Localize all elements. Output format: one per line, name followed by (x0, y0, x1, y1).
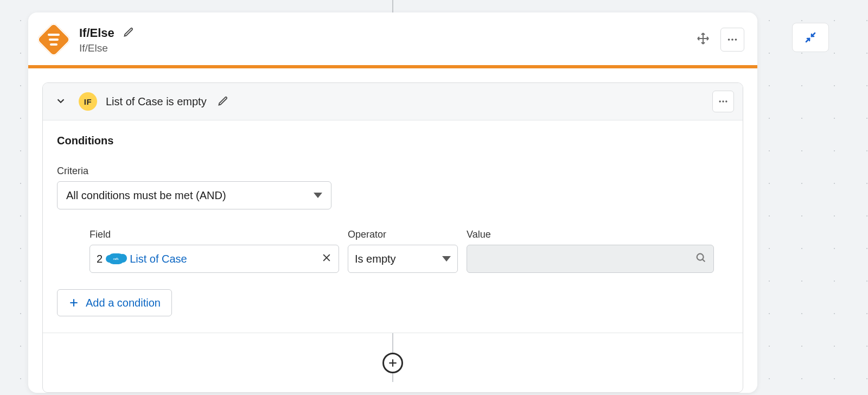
node-title: If/Else (79, 26, 114, 40)
search-icon (695, 252, 707, 266)
field-name: List of Case (130, 253, 187, 265)
move-icon (697, 32, 710, 45)
criteria-select[interactable]: All conditions must be met (AND) (57, 181, 331, 209)
branch-connector (43, 333, 743, 392)
operator-column-label: Operator (348, 229, 458, 240)
flow-canvas[interactable]: If/Else If/Else (0, 0, 868, 395)
more-horizontal-icon (726, 34, 738, 46)
plus-icon (68, 297, 79, 308)
pencil-icon (218, 95, 228, 106)
svg-point-5 (725, 100, 727, 102)
close-icon (321, 252, 332, 263)
node-more-menu-button[interactable] (720, 28, 744, 52)
collapse-panel-button[interactable] (792, 23, 829, 52)
branch-title: List of Case is empty (106, 95, 207, 108)
if-badge: IF (79, 92, 97, 111)
add-condition-label: Add a condition (86, 297, 161, 309)
criteria-label: Criteria (57, 165, 729, 177)
caret-down-icon (314, 193, 322, 198)
branch-header: IF List of Case is empty (43, 83, 743, 120)
ifelse-node-card: If/Else If/Else (28, 12, 757, 393)
collapse-icon (804, 31, 817, 44)
ifelse-node-icon (36, 22, 71, 57)
clear-field-button[interactable] (321, 252, 332, 266)
collapse-branch-button[interactable] (52, 92, 70, 112)
value-column-label: Value (467, 229, 714, 240)
branch-more-menu-button[interactable] (712, 91, 734, 112)
svg-point-0 (728, 39, 730, 41)
if-branch-panel: IF List of Case is empty Conditions Crit… (42, 82, 743, 393)
value-input[interactable] (467, 245, 714, 273)
edit-branch-title-button[interactable] (215, 93, 231, 110)
plus-icon (387, 358, 398, 368)
conditions-heading: Conditions (57, 135, 729, 147)
node-header: If/Else If/Else (28, 12, 757, 65)
svg-line-9 (703, 259, 705, 261)
field-input[interactable]: 2 salesforce List of Case (90, 245, 339, 273)
chevron-down-icon (55, 95, 67, 107)
salesforce-icon: salesforce (108, 253, 124, 264)
criteria-value: All conditions must be met (AND) (66, 189, 226, 202)
svg-point-2 (735, 39, 737, 41)
condition-row: Field 2 salesforce List of Case (57, 229, 729, 273)
caret-down-icon (442, 256, 451, 262)
edit-node-title-button[interactable] (121, 24, 136, 41)
operator-select[interactable]: Is empty (348, 245, 458, 273)
node-subtitle: If/Else (79, 42, 682, 54)
svg-point-4 (722, 100, 724, 102)
pencil-icon (123, 27, 134, 37)
svg-point-1 (731, 39, 733, 41)
connector-line-top (392, 0, 393, 12)
svg-point-8 (697, 253, 704, 260)
add-condition-button[interactable]: Add a condition (57, 289, 172, 316)
step-number: 2 (97, 253, 103, 265)
operator-value: Is empty (355, 253, 396, 265)
more-horizontal-icon (718, 96, 729, 107)
add-step-button[interactable] (382, 353, 403, 373)
move-handle[interactable] (693, 29, 713, 50)
svg-point-3 (719, 100, 721, 102)
field-column-label: Field (90, 229, 339, 240)
